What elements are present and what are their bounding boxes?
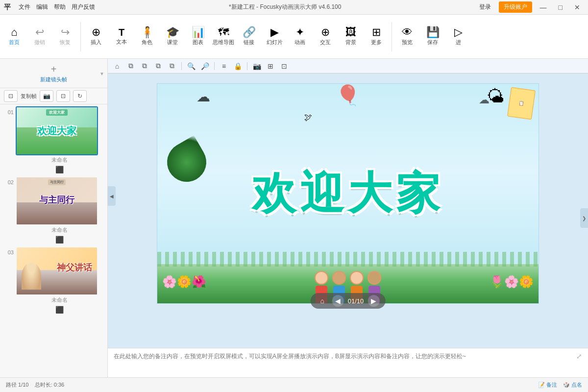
camera-button[interactable]: 📷 [40, 90, 53, 102]
app-logo: 平 [4, 3, 11, 12]
canvas-zoom-in-btn[interactable]: 🔍 [186, 61, 196, 72]
toolbar-animation[interactable]: ✦ 动画 [288, 17, 312, 56]
leaf-right [480, 210, 539, 279]
slide-thumb-wrap-1[interactable]: 欢迎大家 欢迎大家 未命名 [16, 106, 103, 164]
slide-item-3: 03 神父讲话 未命名 [4, 246, 103, 304]
copy-frame-label: 复制帧 [21, 93, 37, 100]
flowers-right: 🌷🌸🌼 [490, 275, 534, 289]
toolbar-character[interactable]: 🧍 角色 [135, 17, 159, 56]
canvas-screenshot-btn[interactable]: 📷 [251, 61, 262, 72]
total-duration: 总时长: 0:36 [35, 382, 65, 388]
toolbar-preview[interactable]: 👁 预览 [395, 17, 419, 56]
toolbar-redo[interactable]: ↪ 恢复 [53, 17, 77, 56]
menu-feedback[interactable]: 用户反馈 [72, 3, 95, 11]
slide-name-1: 未命名 [16, 156, 103, 164]
titlebar: 平 文件 编辑 帮助 用户反馈 *新建工程 - Focusky动画演示大师 v4… [0, 0, 588, 15]
maximize-button[interactable]: □ [555, 3, 566, 11]
canvas-fullscreen-btn[interactable]: ⊡ [279, 61, 290, 72]
canvas-toolbar: ⌂ ⧉ ⧉ ⧉ ⧉ 🔍 🔎 ≡ 🔒 📷 ⊞ ⊡ [108, 59, 588, 74]
toolbar-insert[interactable]: ⊕ 插入 [84, 17, 108, 56]
nav-home-button[interactable]: ⌂ [317, 295, 328, 307]
nav-next-button[interactable]: ▶ [368, 295, 379, 307]
copy-frame-button[interactable]: ⊡ [4, 90, 18, 102]
person-head-2 [332, 271, 346, 285]
canvas-copy-btn[interactable]: ⧉ [125, 61, 136, 72]
mindmap-icon: 🗺 [218, 27, 229, 38]
right-panel-collapse[interactable]: ❯ [580, 208, 588, 228]
slide-list: 01 欢迎大家 欢迎大家 未命名 ⬛ 02 [0, 104, 107, 377]
toolbar-bg[interactable]: 🖼 背景 [339, 17, 363, 56]
canvas-paste-btn[interactable]: ⧉ [139, 61, 150, 72]
canvas-zoom-out-btn[interactable]: 🔎 [199, 61, 210, 72]
toolbar-link[interactable]: 🔗 链接 [237, 17, 261, 56]
slide-thumb-1[interactable]: 欢迎大家 欢迎大家 [16, 106, 98, 155]
insert-label: 插入 [91, 39, 101, 46]
slide-thumb-2[interactable]: 与主同行 与主同行 [16, 176, 98, 225]
notes-input[interactable] [114, 352, 572, 366]
notes-button[interactable]: 📝 备注 [538, 381, 557, 389]
loop-button[interactable]: ↻ [73, 90, 87, 102]
person-head-1 [315, 271, 328, 285]
slide-thumb-3[interactable]: 神父讲话 [16, 246, 98, 295]
balloons-decoration: 🎈 [336, 84, 360, 107]
text-icon: T [119, 27, 124, 37]
collapse-arrow[interactable]: ▼ [99, 71, 104, 76]
toolbar-chart[interactable]: 📊 图表 [186, 17, 210, 56]
notes-expand-button[interactable]: ⤢ [576, 352, 582, 360]
slide-navigation: ⌂ ◀ 01/10 ▶ [311, 293, 386, 309]
statusbar-actions: 📝 备注 🎲 点名 [538, 381, 582, 389]
canvas-area: ⌂ ⧉ ⧉ ⧉ ⧉ 🔍 🔎 ≡ 🔒 📷 ⊞ ⊡ ☁ ☁ 🕊 🌤 [108, 59, 588, 377]
login-button[interactable]: 登录 [475, 2, 495, 12]
slide-thumb-wrap-3[interactable]: 神父讲话 未命名 [16, 246, 103, 304]
slide-thumb-inner-1: 欢迎大家 欢迎大家 [17, 107, 97, 154]
canvas-lock-btn[interactable]: 🔒 [232, 61, 243, 72]
statusbar-info: 路径 1/10 总时长: 0:36 [6, 381, 64, 389]
card-text: 📋 [518, 100, 524, 106]
window-title: *新建工程 - Focusky动画演示大师 v4.6.100 [229, 3, 341, 11]
toolbar-home[interactable]: ⌂ 首页 [2, 17, 26, 56]
canvas-cut-btn[interactable]: ⧉ [153, 61, 164, 72]
canvas-home-btn[interactable]: ⌂ [112, 61, 122, 72]
toolbar-mindmap[interactable]: 🗺 思维导图 [211, 17, 236, 56]
canvas-div-2 [214, 62, 215, 70]
canvas-div-3 [247, 62, 247, 70]
toolbar-classroom[interactable]: 🎓 课堂 [160, 17, 185, 56]
slide-name-2: 未命名 [16, 226, 103, 234]
slide-panel: + 新建镜头帧 ▼ ⊡ 复制帧 📷 ⊡ ↻ 01 [0, 59, 108, 377]
toolbar-interact[interactable]: ⊕ 交互 [313, 17, 338, 56]
top-right-card: 📋 [507, 87, 536, 120]
menu-edit[interactable]: 编辑 [36, 3, 48, 11]
toolbar-advance[interactable]: ▷ 进 [446, 17, 470, 56]
canvas-delete-btn[interactable]: ⧉ [167, 61, 177, 72]
upgrade-button[interactable]: 升级账户 [499, 1, 532, 13]
toolbar-more[interactable]: ⊞ 更多 [364, 17, 389, 56]
fit-button[interactable]: ⊡ [56, 90, 70, 102]
redo-label: 恢复 [60, 39, 71, 46]
toolbar-save[interactable]: 💾 保存 [420, 17, 445, 56]
callname-button[interactable]: 🎲 点名 [563, 381, 582, 389]
slide-thumb-wrap-2[interactable]: 与主同行 与主同行 未命名 [16, 176, 103, 234]
preview-label: 预览 [402, 39, 413, 46]
slide-canvas[interactable]: ☁ ☁ 🕊 🌤 🎈 📋 🌸🌼🌺 🌷🌸🌼 [108, 74, 588, 348]
menu-help[interactable]: 帮助 [54, 3, 66, 11]
toolbar-undo[interactable]: ↩ 撤销 [27, 17, 52, 56]
close-button[interactable]: ✕ [570, 3, 584, 11]
left-panel-collapse[interactable]: ◀ [108, 186, 116, 206]
toolbar-slide[interactable]: ▶ 幻灯片 [262, 17, 287, 56]
interact-icon: ⊕ [321, 27, 330, 38]
canvas-grid-btn[interactable]: ⊞ [265, 61, 276, 72]
slide-name-3: 未命名 [16, 296, 103, 304]
menu-file[interactable]: 文件 [19, 3, 30, 11]
canvas-align-btn[interactable]: ≡ [219, 61, 229, 72]
camera-icon: 📷 [43, 93, 50, 99]
nav-counter: 01/10 [348, 297, 364, 305]
minimize-button[interactable]: — [536, 3, 551, 11]
callname-label: 点名 [571, 382, 582, 388]
toolbar-text[interactable]: T 文本 [109, 17, 134, 56]
new-frame-button[interactable]: + 新建镜头帧 [40, 64, 67, 83]
nav-prev-button[interactable]: ◀ [332, 295, 344, 307]
thumb2-banner: 与主同行 [48, 179, 66, 185]
redo-icon: ↪ [61, 27, 70, 38]
save-icon: 💾 [426, 27, 440, 38]
preview-icon: 👁 [402, 27, 413, 38]
